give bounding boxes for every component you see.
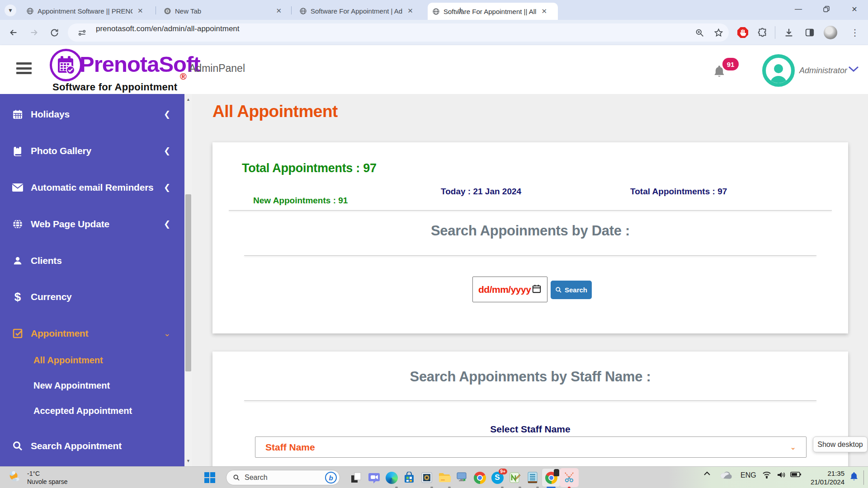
tab-1[interactable]: Appointment Software || PRENO ✕ [22,4,153,18]
edge-icon[interactable] [384,470,399,485]
tab-close-icon[interactable]: ✕ [136,7,145,15]
wifi-icon[interactable] [762,471,771,479]
task-view-icon[interactable] [349,470,363,485]
tray-clock[interactable]: 21:35 21/01/2024 [797,469,844,486]
tab-title: New Tab [175,7,201,15]
tab-title: Software For Appointment | Ad [311,7,402,15]
notification-center-bell-icon[interactable] [849,471,859,482]
tab-3[interactable]: Software For Appointment | Ad ✕ [295,4,424,18]
search-icon [11,441,24,451]
chevron-down-icon: ⌄ [790,443,796,451]
sidebar-item-web-page-update[interactable]: Web Page Update ❮ [0,213,183,235]
check-square-icon [11,328,24,339]
overlay-badge [554,469,559,476]
hamburger-menu-icon[interactable] [16,62,32,74]
today-date-stat: Today : 21 Jan 2024 [441,187,521,197]
browser-titlebar: ▼ Appointment Software || PRENO ✕ New Ta… [0,0,868,20]
sidebar-item-search-appointment[interactable]: Search Appointment [0,435,183,457]
user-menu-chevron-icon[interactable] [848,66,859,74]
total-appointments-stat: Total Appointments : 97 [242,161,377,175]
main-content: All Appointment Total Appointments : 97 … [192,94,868,466]
window-minimize-button[interactable]: — [788,2,808,16]
sidebar-subitem-new-appointment[interactable]: New Appointment [33,380,110,391]
globe-favicon-icon [299,7,307,15]
tray-language[interactable]: ENG [741,471,756,479]
remote-desktop-icon[interactable] [455,470,469,485]
volume-icon[interactable] [777,471,786,479]
sidebar-item-appointment[interactable]: Appointment ⌄ [0,323,183,344]
scrollbar-thumb[interactable] [185,194,191,371]
tab-search-chevron-icon[interactable]: ▼ [5,5,16,16]
globe-favicon-icon [26,7,34,15]
sidebar-item-photo-gallery[interactable]: Photo Gallery ❮ [0,140,183,162]
reload-button[interactable] [48,26,61,39]
chevron-left-icon: ❮ [164,109,170,119]
forward-button[interactable] [28,26,40,39]
taskbar-search-placeholder: Search [245,474,325,482]
total-appointments-stat-right: Total Appointments : 97 [630,187,727,197]
microsoft-store-icon[interactable] [402,470,416,485]
sidebar-scrollbar[interactable]: ▲ ▼ [184,94,192,466]
chrome-favicon-icon [164,7,171,15]
back-button[interactable] [7,26,20,39]
taskbar-search[interactable]: Search b [226,470,340,485]
onedrive-icon[interactable] [720,471,732,479]
skype-icon[interactable]: S 9+ [490,470,505,485]
chat-app-icon[interactable] [367,470,381,485]
photo-viewer-icon[interactable] [420,470,434,485]
zoom-icon[interactable] [693,26,706,39]
logo-calendar-icon[interactable] [50,49,82,81]
chrome-active-window-icon[interactable] [544,470,558,485]
sidebar-item-email-reminders[interactable]: Automatic email Reminders ❮ [0,177,183,198]
notepad-plus-plus-icon[interactable] [508,470,522,485]
date-placeholder: dd/mm/yyyy [478,284,531,295]
snipping-tool-icon[interactable] [562,470,576,485]
sidebar-item-holidays[interactable]: Holidays ❮ [0,103,183,125]
site-info-icon[interactable] [75,26,89,39]
bookmark-star-icon[interactable] [712,26,725,39]
window-close-button[interactable]: ✕ [844,2,864,16]
select-staff-label: Select Staff Name [212,424,848,435]
tray-expand-chevron-icon[interactable] [703,471,711,476]
globe-icon [11,219,24,230]
window-restore-button[interactable] [816,2,836,16]
chrome-icon[interactable] [472,470,487,485]
book-icon [11,145,24,156]
search-icon [555,286,562,293]
show-desktop-strip[interactable] [863,470,864,485]
scroll-up-icon[interactable]: ▲ [184,95,192,104]
new-tab-button[interactable]: + [458,5,463,15]
adblock-extension-icon[interactable] [736,26,750,39]
tab-4-active[interactable]: Software For Appointment || All ✕ [428,3,558,20]
sidebar-item-clients[interactable]: Clients [0,250,183,272]
downloads-icon[interactable] [782,26,796,39]
date-input[interactable]: dd/mm/yyyy [472,277,547,302]
file-explorer-icon[interactable] [437,470,452,485]
tab-close-icon[interactable]: ✕ [274,7,283,15]
dollar-icon: $ [11,290,24,304]
scroll-down-icon[interactable]: ▼ [184,456,192,465]
tab-2[interactable]: New Tab ✕ [159,4,288,18]
sidebar-subitem-all-appointment[interactable]: All Appointment [33,355,103,366]
extensions-puzzle-icon[interactable] [756,26,769,39]
calendar-picker-icon[interactable] [532,284,542,296]
browser-toolbar: prenotasoft.com/en/admin/all-appointment… [0,20,868,45]
user-role-label[interactable]: Administrator [799,66,847,75]
staff-name-select[interactable]: Staff Name ⌄ [255,436,807,458]
page-title: All Appointment [212,102,338,121]
sidebar-item-currency[interactable]: $ Currency [0,286,183,308]
url-text[interactable]: prenotasoft.com/en/admin/all-appointment [96,24,240,33]
sidebar-subitem-accepted-appointment[interactable]: Accepted Appointment [33,406,132,416]
tab-close-icon[interactable]: ✕ [540,7,548,15]
start-button[interactable] [204,472,215,483]
date-search-button[interactable]: Search [551,281,592,299]
browser-menu-icon[interactable]: ⋮ [848,26,862,39]
new-appointments-stat: New Appointments : 91 [253,196,348,206]
date-search-heading: Search Appoinments by Date : [212,223,848,239]
side-panel-icon[interactable] [803,26,816,39]
user-avatar[interactable] [762,54,795,87]
browser-profile-avatar[interactable] [824,26,837,39]
tab-close-icon[interactable]: ✕ [406,7,415,15]
notepad-icon[interactable] [525,470,540,485]
weather-widget[interactable]: -1°C Nuvole sparse [6,468,68,487]
